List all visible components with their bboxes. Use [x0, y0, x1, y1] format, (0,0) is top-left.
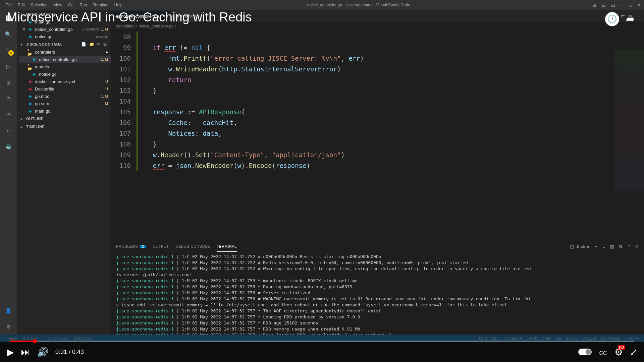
- search-icon[interactable]: 🔍: [4, 29, 13, 39]
- progress-bar[interactable]: [10, 341, 634, 342]
- tab-terminal[interactable]: TERMINAL: [217, 241, 237, 252]
- tree-item[interactable]: ▾ 📂models: [19, 63, 111, 70]
- terminal-picker[interactable]: ▢ docker: [570, 244, 590, 249]
- tree-item[interactable]: ▾ 📂controllers●: [19, 48, 111, 56]
- play-button[interactable]: ▶: [7, 347, 14, 358]
- run-icon[interactable]: ▷: [4, 62, 13, 71]
- autoplay-toggle[interactable]: [578, 349, 592, 355]
- menu-help[interactable]: Help: [112, 1, 125, 9]
- chevron-right-icon: ▸: [21, 117, 25, 121]
- testing-icon[interactable]: ⚗: [4, 94, 13, 103]
- tree-item[interactable]: ◉go.mod1, M: [19, 93, 111, 100]
- live-share[interactable]: Live Share: [74, 336, 92, 340]
- settings-icon[interactable]: ⚙HD: [614, 347, 623, 358]
- language[interactable]: Go: [556, 336, 561, 340]
- tree-item[interactable]: ◉DockerfileU: [19, 85, 111, 93]
- timeline-header[interactable]: ▸ TIMELINE: [17, 123, 111, 131]
- refresh-icon[interactable]: ⟳: [97, 42, 101, 47]
- go-icon: ◉: [28, 26, 33, 32]
- menu-edit[interactable]: Edit: [15, 1, 28, 9]
- new-terminal-icon[interactable]: ＋: [594, 243, 598, 249]
- analysis[interactable]: Analysis Tools Missing: [583, 336, 620, 340]
- new-file-icon[interactable]: 📄: [81, 42, 87, 47]
- go-live[interactable]: Go Live: [566, 336, 579, 340]
- terminal-output[interactable]: jisce-soochana-redis-1 | 1:C 02 May 2022…: [111, 252, 644, 335]
- account-icon[interactable]: 👤: [4, 306, 13, 315]
- folder-icon: ▾ 📂: [28, 49, 33, 55]
- go-icon: ◉: [32, 57, 37, 62]
- eol[interactable]: CRLF: [542, 336, 551, 340]
- tree-item[interactable]: ◉main.go: [19, 107, 111, 115]
- tree-item[interactable]: ◉docker-compose.ymlU: [19, 78, 111, 85]
- chevron-down-icon: ▾: [21, 43, 25, 46]
- outline-header[interactable]: ▸ OUTLINE: [17, 115, 111, 123]
- minimap[interactable]: [614, 50, 644, 191]
- folder-icon: ▾ 📂: [28, 64, 33, 69]
- tab-problems[interactable]: PROBLEMS 2: [116, 241, 146, 252]
- go-icon: ◉: [32, 71, 37, 77]
- maximize-icon[interactable]: □: [629, 2, 632, 8]
- go-icon: ◉: [28, 34, 33, 39]
- layout-icon[interactable]: ⊡: [611, 2, 615, 8]
- layout-icon[interactable]: ⊞: [592, 2, 596, 8]
- code-content[interactable]: if err != nil { fmt.Printf("error callin…: [138, 30, 644, 241]
- tab-output[interactable]: OUTPUT: [153, 241, 169, 252]
- next-button[interactable]: ⏭: [21, 347, 30, 358]
- breadcrumb-item[interactable]: controllers: [116, 24, 135, 28]
- close-panel-icon[interactable]: ✕: [635, 244, 639, 249]
- menu-file[interactable]: File: [3, 1, 14, 9]
- bottom-panel: PROBLEMS 2 OUTPUT DEBUG CONSOLE TERMINAL…: [111, 241, 644, 335]
- extensions-icon[interactable]: ⊞: [4, 78, 13, 87]
- video-controls: ▶ ⏭ 🔊 0:01 / 0:43 ㏄ ⚙HD ⤢: [0, 342, 644, 362]
- line-gutter: 9899100101102103104105106107108109110: [111, 30, 138, 241]
- remote-icon[interactable]: ⟲: [4, 110, 13, 119]
- menu-view[interactable]: View: [51, 1, 65, 9]
- go-icon: ◉: [28, 101, 33, 106]
- new-folder-icon[interactable]: 📁: [89, 42, 95, 47]
- project-header[interactable]: ▾ JISCE-SOOCHANA 📄 📁 ⟳ ⊟: [17, 40, 111, 48]
- captions-icon[interactable]: ㏄: [598, 346, 608, 358]
- docker-icon[interactable]: 🐳: [4, 142, 13, 152]
- menu-selection[interactable]: Selection: [28, 1, 50, 9]
- minimize-icon[interactable]: ─: [621, 2, 624, 8]
- code-editor[interactable]: 9899100101102103104105106107108109110 if…: [111, 30, 644, 241]
- breadcrumb-item[interactable]: ...: [177, 24, 181, 28]
- file-tree: ▾ 📂controllers●◉notice_controller.go1, M…: [17, 48, 111, 115]
- close-icon[interactable]: ✕: [22, 27, 26, 32]
- gear-icon[interactable]: ⚙: [4, 322, 13, 331]
- breadcrumb-item[interactable]: notice_controller.go: [139, 24, 173, 28]
- share-icon[interactable]: ➦: [623, 12, 637, 26]
- trash-icon[interactable]: 🗑: [619, 244, 623, 249]
- tab-size[interactable]: Tab Size: 4: [504, 336, 522, 340]
- menu-terminal[interactable]: Terminal: [90, 1, 111, 9]
- encoding[interactable]: UTF-8: [527, 336, 537, 340]
- menu-run[interactable]: Run: [77, 1, 90, 9]
- user-status[interactable]: 👤 latifulmousom: [41, 336, 69, 341]
- open-editor-item[interactable]: ✕◉notice_controller.gocontrollers1, M: [19, 25, 111, 33]
- branch[interactable]: ⑂ master: [3, 336, 18, 340]
- go-icon: ◉: [28, 108, 33, 114]
- menu-go[interactable]: Go: [65, 1, 76, 9]
- chevron-down-icon[interactable]: ⌄: [602, 244, 606, 249]
- menubar: FileEditSelectionViewGoRunTerminalHelp: [3, 1, 125, 9]
- maximize-panel-icon[interactable]: ⌃: [627, 244, 631, 249]
- layout-icon[interactable]: ⊟: [602, 2, 606, 8]
- tab-debug-console[interactable]: DEBUG CONSOLE: [175, 241, 210, 252]
- tree-item[interactable]: ◉go.sumM: [19, 100, 111, 107]
- watch-later-icon[interactable]: 🕐: [605, 12, 619, 26]
- close-icon[interactable]: ✕: [637, 2, 641, 8]
- tree-item[interactable]: ◉notice_controller.go1, M: [19, 56, 111, 63]
- scm-icon[interactable]: ⑂5: [4, 46, 13, 55]
- editor-area: ◉notice_controller.go●◉notice.go ⇄ ▥ ⋯ c…: [111, 10, 644, 335]
- title-bar: FileEditSelectionViewGoRunTerminalHelp n…: [0, 0, 644, 10]
- window-title: notice_controller.go - jisce-soochana - …: [125, 3, 592, 7]
- back-icon[interactable]: ↩: [4, 126, 13, 135]
- cursor-pos[interactable]: Ln 13, Col 1: [479, 336, 499, 340]
- split-terminal-icon[interactable]: ▥: [610, 244, 614, 249]
- volume-icon[interactable]: 🔊: [37, 347, 49, 358]
- tree-item[interactable]: ◉notice.go: [19, 70, 111, 78]
- prettier[interactable]: ✓ Prettier: [625, 336, 641, 341]
- collapse-icon[interactable]: ⊟: [103, 42, 107, 47]
- exit-fullscreen-icon[interactable]: ⤢: [630, 347, 637, 358]
- open-editor-item[interactable]: ◉notice.gomodels: [19, 33, 111, 40]
